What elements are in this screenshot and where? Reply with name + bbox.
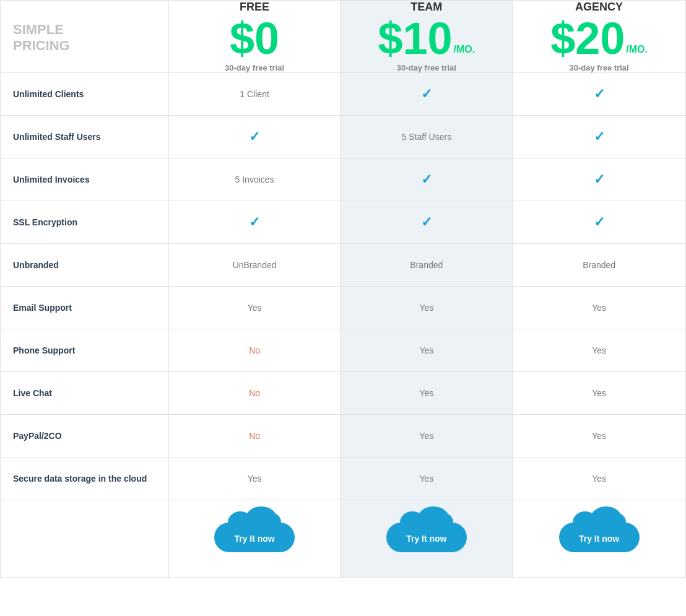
- feature-label-cell-6: Phone Support: [1, 329, 169, 372]
- cell-value-7-0: No: [169, 372, 341, 414]
- feature-value-7-plan-0: No: [168, 372, 341, 415]
- team-cta-label: Try It now: [406, 534, 446, 544]
- simple-pricing-header: SIMPLE PRICING: [1, 1, 169, 73]
- feature-value-8-plan-1: Yes: [341, 415, 513, 458]
- free-plan-header: FREE $0 30-day free trial: [168, 1, 341, 73]
- check-icon: ✓: [249, 214, 260, 230]
- feature-value-8-plan-0: No: [168, 415, 341, 458]
- cell-value-8-0: No: [169, 415, 341, 457]
- cell-value-1-1: 5 Staff Users: [341, 116, 512, 158]
- team-cta-cloud-bump: [432, 513, 453, 531]
- feature-label-8: PayPal/2CO: [1, 415, 168, 457]
- feature-value-9-plan-0: Yes: [168, 458, 341, 500]
- feature-value-3-plan-2: ✓: [513, 201, 686, 244]
- check-icon: ✓: [421, 171, 432, 188]
- feature-value-2-plan-2: ✓: [513, 158, 686, 201]
- feature-label-cell-9: Secure data storage in the cloud: [1, 458, 169, 500]
- cell-value-2-2: ✓: [513, 158, 685, 201]
- feature-row-7: Live ChatNoYesYes: [1, 372, 686, 415]
- cell-value-0-2: ✓: [513, 73, 685, 115]
- free-cta-button[interactable]: Try It now: [214, 523, 295, 552]
- feature-value-1-plan-0: ✓: [168, 116, 341, 158]
- feature-row-0: Unlimited Clients1 Client✓✓: [1, 73, 686, 116]
- feature-label-0: Unlimited Clients: [1, 73, 168, 115]
- agency-plan-name: AGENCY: [513, 1, 685, 14]
- cta-row: Try It now Try It now Try It now: [1, 500, 686, 578]
- cell-value-4-2: Branded: [513, 244, 685, 286]
- agency-cta-label: Try It now: [579, 534, 619, 544]
- feature-value-9-plan-1: Yes: [341, 458, 513, 500]
- cell-value-6-0: No: [169, 329, 341, 371]
- feature-value-3-plan-0: ✓: [168, 201, 341, 244]
- free-plan-name: FREE: [169, 1, 341, 14]
- cell-value-1-0: ✓: [169, 116, 341, 158]
- feature-row-6: Phone SupportNoYesYes: [1, 329, 686, 372]
- free-cta-cloud: Try It now: [214, 523, 295, 552]
- feature-label-cell-1: Unlimited Staff Users: [1, 116, 169, 158]
- agency-price-amount: $20: [550, 16, 625, 61]
- feature-label-5: Email Support: [1, 287, 168, 329]
- feature-value-6-plan-2: Yes: [513, 329, 686, 372]
- feature-label-9: Secure data storage in the cloud: [1, 458, 168, 500]
- cell-value-6-2: Yes: [513, 329, 685, 371]
- feature-value-7-plan-2: Yes: [513, 372, 686, 415]
- check-icon: ✓: [249, 129, 260, 145]
- feature-value-5-plan-0: Yes: [168, 287, 341, 329]
- cell-value-8-1: Yes: [341, 415, 512, 457]
- feature-label-cell-4: Unbranded: [1, 244, 169, 287]
- cell-value-8-2: Yes: [513, 415, 685, 457]
- header-row: SIMPLE PRICING FREE $0 30-day free trial…: [1, 1, 686, 73]
- feature-label-7: Live Chat: [1, 372, 168, 414]
- feature-value-7-plan-1: Yes: [341, 372, 513, 415]
- feature-label-cell-8: PayPal/2CO: [1, 415, 169, 458]
- feature-value-2-plan-1: ✓: [341, 158, 513, 201]
- cell-value-9-0: Yes: [169, 458, 341, 500]
- feature-value-0-plan-0: 1 Client: [168, 73, 341, 116]
- cell-value-2-1: ✓: [341, 158, 512, 201]
- cell-value-4-0: UnBranded: [169, 244, 341, 286]
- feature-label-cell-2: Unlimited Invoices: [1, 158, 169, 201]
- feature-row-2: Unlimited Invoices5 Invoices✓✓: [1, 158, 686, 201]
- feature-value-6-plan-1: Yes: [341, 329, 513, 372]
- feature-value-1-plan-1: 5 Staff Users: [341, 116, 513, 158]
- check-icon: ✓: [421, 214, 432, 230]
- team-cta-button[interactable]: Try It now: [386, 523, 467, 552]
- feature-row-1: Unlimited Staff Users✓5 Staff Users✓: [1, 116, 686, 158]
- free-cta-cell: Try It now: [168, 500, 341, 578]
- cell-value-6-1: Yes: [341, 329, 512, 371]
- cell-value-3-1: ✓: [341, 201, 512, 243]
- cell-value-5-0: Yes: [169, 287, 341, 329]
- team-plan-name: TEAM: [341, 1, 512, 14]
- free-cta-label: Try It now: [234, 534, 274, 544]
- team-plan-price: $10 /MO.: [341, 16, 512, 61]
- feature-label-cell-5: Email Support: [1, 287, 169, 329]
- team-price-amount: $10: [378, 16, 452, 61]
- feature-value-4-plan-2: Branded: [513, 244, 686, 287]
- agency-plan-header: AGENCY $20 /MO. 30-day free trial: [513, 1, 686, 73]
- agency-cta-cell: Try It now: [513, 500, 686, 578]
- feature-label-4: Unbranded: [1, 244, 168, 286]
- agency-cta-cloud-bump: [605, 513, 626, 531]
- feature-value-1-plan-2: ✓: [513, 116, 686, 158]
- feature-row-8: PayPal/2CONoYesYes: [1, 415, 686, 458]
- cell-value-7-1: Yes: [341, 372, 512, 414]
- feature-label-cell-7: Live Chat: [1, 372, 169, 415]
- feature-value-3-plan-1: ✓: [341, 201, 513, 244]
- free-cta-cloud-bump: [260, 513, 281, 531]
- cell-value-4-1: Branded: [341, 244, 512, 286]
- check-icon: ✓: [421, 86, 432, 102]
- check-icon: ✓: [594, 86, 605, 102]
- team-cta-cloud: Try It now: [386, 523, 467, 552]
- feature-value-9-plan-2: Yes: [513, 458, 686, 500]
- pricing-table: SIMPLE PRICING FREE $0 30-day free trial…: [0, 0, 686, 578]
- check-icon: ✓: [594, 129, 605, 145]
- cell-value-5-1: Yes: [341, 287, 512, 329]
- feature-value-6-plan-0: No: [168, 329, 341, 372]
- agency-cta-button[interactable]: Try It now: [559, 523, 640, 552]
- free-trial-text: 30-day free trial: [169, 63, 341, 72]
- cell-value-0-1: ✓: [341, 73, 512, 115]
- agency-price-mo: /MO.: [626, 45, 648, 54]
- cell-value-3-0: ✓: [169, 201, 341, 243]
- cell-value-7-2: Yes: [513, 372, 685, 414]
- feature-row-3: SSL Encryption✓✓✓: [1, 201, 686, 244]
